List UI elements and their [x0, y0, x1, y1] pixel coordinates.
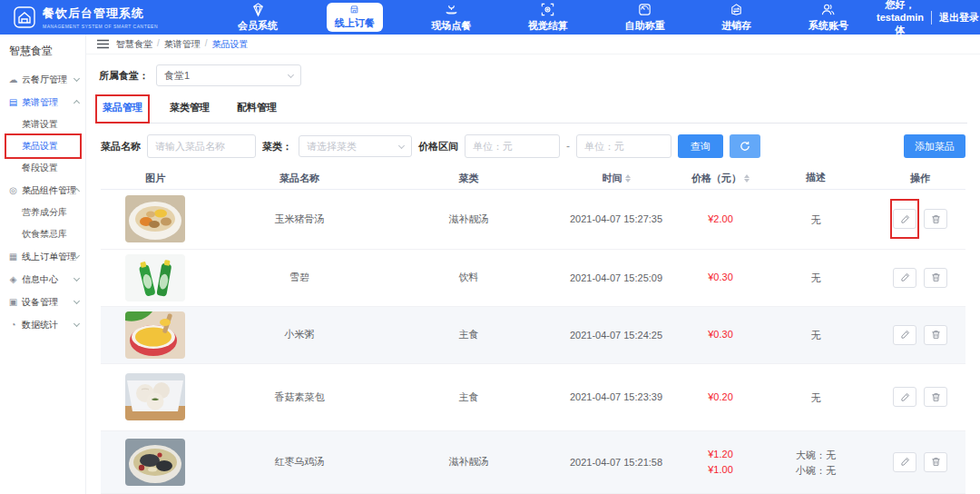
- delete-button[interactable]: [924, 268, 947, 288]
- device-icon: ▣: [7, 297, 19, 307]
- range-separator: -: [566, 140, 570, 153]
- sort-toggle[interactable]: [625, 174, 631, 183]
- dish-name: 玉米猪骨汤: [210, 190, 389, 249]
- sidebar-item-dish-components[interactable]: ◎ 菜品组件管理: [0, 179, 85, 202]
- nav-self-weighing[interactable]: 自助称重: [617, 0, 673, 35]
- pencil-icon: [900, 214, 910, 224]
- cloud-icon: ☁: [7, 74, 19, 84]
- table-row: 小米粥 主食 2021-04-07 15:24:25 ¥0.30 无: [101, 307, 965, 364]
- nav-label: 视觉结算: [528, 19, 568, 33]
- dish-photo-sprite: [125, 254, 185, 301]
- sidebar-item-meal-period-settings[interactable]: 餐段设置: [0, 157, 85, 179]
- pencil-icon: [900, 457, 910, 467]
- dish-description: 无: [811, 328, 821, 344]
- price-min-input[interactable]: [465, 134, 560, 158]
- dish-price-large: ¥1.20: [708, 447, 733, 462]
- logo-house-icon: [13, 5, 36, 29]
- canteen-select[interactable]: 食堂1: [156, 64, 301, 86]
- top-header: 餐饮后台管理系统 MANAGEMENT SYSTEM OF SMART CANT…: [0, 0, 980, 35]
- table-row: 香菇素菜包 主食 2021-04-07 15:23:39 ¥0.20 无: [101, 364, 965, 431]
- table-row: 红枣乌鸡汤 滋补靓汤 2021-04-07 15:21:58 ¥1.20 ¥1.…: [101, 431, 965, 494]
- dish-description: 无: [811, 212, 821, 229]
- chevron-down-icon: [74, 75, 80, 82]
- tab-dish-management[interactable]: 菜品管理: [101, 94, 144, 124]
- edit-button[interactable]: [893, 452, 916, 472]
- edit-button[interactable]: [893, 209, 916, 229]
- dish-name-input[interactable]: [147, 134, 256, 158]
- sidebar-item-device-management[interactable]: ▣ 设备管理: [0, 291, 85, 313]
- dish-price: ¥0.30: [708, 270, 733, 285]
- sidebar-item-online-orders[interactable]: ▦ 线上订单管理: [0, 245, 85, 268]
- sidebar-item-info-center[interactable]: ◈ 信息中心: [0, 268, 85, 291]
- sidebar-item-data-statistics[interactable]: ◔ 数据统计: [0, 313, 85, 336]
- sidebar-item-cloud-canteen[interactable]: ☁ 云餐厅管理: [0, 68, 85, 91]
- dish-name: 香菇素菜包: [210, 364, 389, 430]
- pie-chart-icon: ◔: [7, 320, 19, 330]
- sidebar-item-diet-taboo-library[interactable]: 饮食禁忌库: [0, 223, 85, 245]
- edit-button[interactable]: [893, 325, 916, 345]
- tab-ingredient-management[interactable]: 配料管理: [235, 94, 279, 123]
- col-header-description: 描述: [757, 167, 875, 189]
- breadcrumb-bar: 智慧食堂 / 菜谱管理 / 菜品设置: [86, 35, 980, 54]
- col-header-price: 价格（元）: [684, 167, 757, 189]
- col-header-name: 菜品名称: [210, 167, 389, 189]
- collapse-menu-icon[interactable]: [97, 39, 109, 49]
- sidebar-item-menu-management[interactable]: ▤ 菜谱管理: [0, 91, 85, 114]
- chevron-up-icon: [74, 100, 80, 106]
- dish-name-label: 菜品名称: [101, 140, 141, 153]
- nav-onsite-ordering[interactable]: 现场点餐: [423, 0, 479, 35]
- delete-button[interactable]: [924, 452, 947, 472]
- reset-refresh-button[interactable]: [730, 134, 760, 158]
- pencil-icon: [900, 392, 910, 402]
- trash-icon: [931, 330, 941, 340]
- dish-price: ¥2.00: [708, 212, 733, 227]
- delete-button[interactable]: [924, 387, 947, 407]
- dish-price: ¥0.30: [708, 327, 733, 342]
- filter-row: 菜品名称 菜类： 请选择菜类 价格区间 - 查询: [101, 134, 965, 158]
- dish-category: 滋补靓汤: [389, 431, 548, 493]
- tab-bar: 菜品管理 菜类管理 配料管理: [99, 94, 967, 124]
- nav-member-system[interactable]: 会员系统: [230, 0, 286, 35]
- dish-name: 红枣乌鸡汤: [210, 431, 389, 493]
- logout-button[interactable]: 退出登录: [931, 11, 979, 25]
- delete-button[interactable]: [924, 325, 947, 345]
- sidebar-item-recipe-settings[interactable]: 菜谱设置: [0, 114, 85, 135]
- dish-time: 2021-04-07 15:23:39: [548, 364, 684, 430]
- breadcrumb-item[interactable]: 菜谱管理: [164, 38, 201, 51]
- price-max-input[interactable]: [576, 134, 671, 158]
- search-button[interactable]: 查询: [678, 134, 723, 158]
- nav-system-account[interactable]: 系统账号: [800, 0, 857, 35]
- breadcrumb-current: 菜品设置: [212, 38, 249, 51]
- nav-online-ordering[interactable]: 线上订餐: [327, 3, 383, 32]
- table-header-row: 图片 菜品名称 菜类 时间 价格（元） 描述 操作: [101, 167, 965, 190]
- sidebar-item-dish-settings[interactable]: 菜品设置: [0, 135, 85, 157]
- user-greeting: 您好，testadmin体: [877, 0, 924, 36]
- sidebar: 智慧食堂 ☁ 云餐厅管理 ▤ 菜谱管理 菜谱设置 菜品设置 餐段设置: [0, 35, 86, 494]
- delete-button[interactable]: [924, 209, 947, 229]
- nav-label: 系统账号: [808, 19, 848, 33]
- col-header-time: 时间: [548, 167, 684, 189]
- sidebar-item-nutrition-library[interactable]: 营养成分库: [0, 202, 85, 223]
- edit-button[interactable]: [893, 268, 916, 288]
- col-header-category: 菜类: [389, 167, 548, 189]
- sort-toggle[interactable]: [744, 174, 750, 183]
- dining-plate-icon: [444, 2, 459, 17]
- category-select[interactable]: 请选择菜类: [299, 135, 412, 157]
- nav-inventory[interactable]: 进销存: [713, 0, 760, 35]
- nav-label: 现场点餐: [431, 19, 471, 33]
- edit-button[interactable]: [893, 387, 916, 407]
- main-panel: 智慧食堂 / 菜谱管理 / 菜品设置 所属食堂： 食堂1: [86, 35, 980, 494]
- app-title: 餐饮后台管理系统: [43, 5, 158, 22]
- nav-vision-checkout[interactable]: 视觉结算: [520, 0, 576, 35]
- chevron-down-icon: [398, 142, 405, 148]
- inventory-swap-icon: [729, 2, 744, 17]
- app-logo: 餐饮后台管理系统 MANAGEMENT SYSTEM OF SMART CANT…: [0, 0, 204, 35]
- dish-category: 饮料: [389, 250, 548, 306]
- breadcrumb-item[interactable]: 智慧食堂: [116, 38, 152, 51]
- col-header-image: 图片: [101, 167, 210, 189]
- tab-category-management[interactable]: 菜类管理: [168, 94, 211, 123]
- vision-scan-icon: [540, 2, 555, 17]
- add-dish-button[interactable]: 添加菜品: [904, 134, 965, 158]
- nav-label: 线上订餐: [335, 16, 375, 30]
- dish-description-small: 小碗：无: [796, 463, 836, 479]
